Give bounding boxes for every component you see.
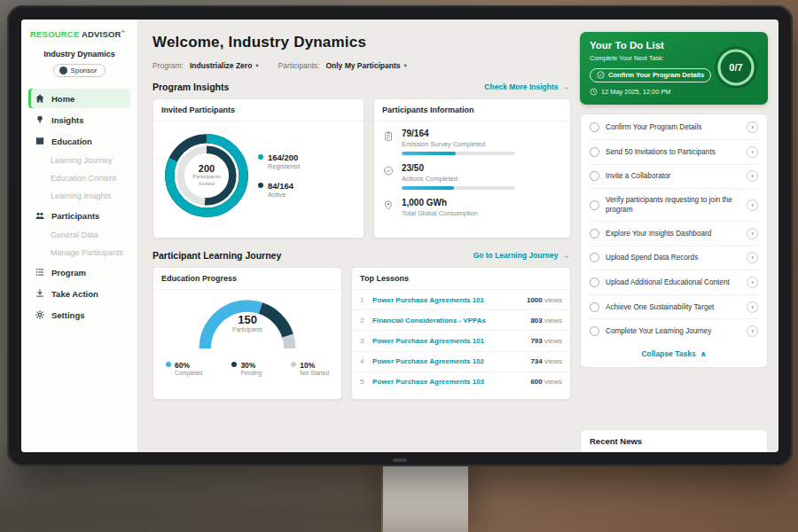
- task-checkbox[interactable]: [590, 171, 599, 181]
- dashboard-screen: RESOURCE ADVISOR+ Industry Dynamics Spon…: [21, 20, 778, 452]
- insights-cards-row: Invited Participants 200: [153, 98, 571, 239]
- sidebar-item-take-action[interactable]: Take Action: [28, 284, 130, 303]
- sidebar-item-insights[interactable]: Insights: [28, 110, 130, 129]
- sidebar-item-manage-participants[interactable]: Manage Participants: [28, 245, 130, 261]
- go-to-learning-journey-link[interactable]: Go to Learning Journey →: [473, 251, 569, 260]
- sidebar-item-label: Learning Journey: [51, 156, 113, 165]
- chevron-right-icon[interactable]: ›: [747, 325, 758, 337]
- chevron-right-icon[interactable]: ›: [747, 146, 758, 158]
- page-title: Welcome, Industry Dynamics: [153, 34, 571, 51]
- program-select[interactable]: Industrialize Zero ▾: [190, 61, 259, 70]
- sidebar: RESOURCE ADVISOR+ Industry Dynamics Spon…: [21, 20, 138, 452]
- sidebar-item-settings[interactable]: Settings: [28, 305, 130, 325]
- lesson-row: 1 Power Purchase Agreements 101 1000 vie…: [352, 290, 570, 310]
- lesson-link[interactable]: Power Purchase Agreements 101: [372, 296, 520, 304]
- task-checkbox[interactable]: [590, 147, 599, 157]
- book-icon: [35, 136, 45, 146]
- sidebar-item-label: Program: [51, 268, 86, 278]
- invited-participants-card: Invited Participants 200: [153, 98, 364, 239]
- recent-news-header[interactable]: Recent News: [580, 429, 768, 452]
- learning-journey-header: Participant Learning Journey Go to Learn…: [153, 250, 571, 261]
- task-row[interactable]: Explore Your Insights Dashboard ›: [589, 222, 759, 246]
- task-row[interactable]: Upload Additional Educational Content ›: [589, 270, 759, 295]
- sidebar-item-label: Learning Insights: [51, 192, 112, 200]
- chevron-right-icon[interactable]: ›: [747, 301, 758, 313]
- lesson-row: 5 Power Purchase Agreements 103 600 view…: [352, 372, 570, 392]
- task-checkbox[interactable]: [590, 278, 599, 287]
- chevron-right-icon[interactable]: ›: [747, 277, 758, 288]
- collapse-caret-icon: ∧: [700, 349, 707, 358]
- card-title: Invited Participants: [153, 99, 364, 121]
- participants-select[interactable]: Only My Participants ▾: [325, 61, 406, 70]
- sidebar-item-label: Settings: [51, 310, 84, 320]
- bezel-logo: [393, 458, 407, 462]
- card-title: Participants Information: [374, 99, 570, 121]
- task-checkbox[interactable]: [590, 326, 599, 336]
- task-row[interactable]: Send 50 Invitations to Participants ›: [589, 140, 759, 165]
- education-gauge-chart: 150 Participants: [153, 290, 341, 354]
- legend-item: 10% Not Started: [291, 361, 329, 376]
- arrow-right-icon: →: [562, 251, 570, 260]
- lesson-link[interactable]: Power Purchase Agreements 103: [372, 378, 524, 386]
- legend-item: 60% Completed: [166, 361, 202, 376]
- task-checkbox[interactable]: [590, 122, 599, 132]
- task-checkbox[interactable]: [590, 302, 599, 312]
- location-pin-icon: [383, 198, 395, 221]
- task-row[interactable]: Invite a Collaborator ›: [589, 165, 759, 190]
- sponsor-icon: [59, 66, 67, 74]
- desk-scene: RESOURCE ADVISOR+ Industry Dynamics Spon…: [0, 0, 798, 532]
- task-row[interactable]: Verify participants requesting to join t…: [589, 189, 759, 222]
- sidebar-item-label: Manage Participants: [51, 248, 123, 257]
- sidebar-item-learning-journey[interactable]: Learning Journey: [28, 153, 130, 168]
- monitor-bezel: RESOURCE ADVISOR+ Industry Dynamics Spon…: [7, 5, 793, 466]
- sidebar-item-education-content[interactable]: Education Content: [28, 170, 130, 186]
- legend-dot: [258, 183, 263, 188]
- chevron-down-icon: ▾: [403, 62, 406, 69]
- sidebar-item-learning-insights[interactable]: Learning Insights: [28, 188, 130, 204]
- lightbulb-icon: [35, 114, 45, 125]
- task-checkbox[interactable]: [590, 200, 599, 210]
- sidebar-item-program[interactable]: Program: [28, 262, 130, 282]
- stat-row: 23/50 Actions Completed: [374, 156, 570, 191]
- sidebar-item-home[interactable]: Home: [28, 89, 130, 108]
- clipboard-icon: [383, 129, 395, 155]
- org-name: Industry Dynamics: [28, 50, 130, 59]
- next-task-due: 12 May 2025, 12:00 PM: [590, 88, 708, 96]
- check-more-insights-link[interactable]: Check More Insights →: [484, 82, 569, 91]
- chevron-right-icon[interactable]: ›: [747, 170, 758, 182]
- program-insights-header: Program Insights Check More Insights →: [153, 82, 571, 92]
- task-checkbox[interactable]: [590, 253, 599, 262]
- sidebar-item-label: Insights: [51, 115, 83, 125]
- task-row[interactable]: Confirm Your Program Details ›: [589, 116, 759, 141]
- chevron-right-icon[interactable]: ›: [747, 252, 758, 263]
- chevron-right-icon[interactable]: ›: [747, 228, 758, 239]
- section-title: Participant Learning Journey: [153, 250, 281, 261]
- task-row[interactable]: Upload Spend Data Records ›: [589, 246, 759, 271]
- legend-item: 30% Pending: [231, 361, 262, 376]
- clock-icon: [590, 88, 598, 96]
- sidebar-item-participants[interactable]: Participants: [28, 206, 130, 225]
- todo-summary-card: Your To Do List Complete Your Next Task:…: [580, 32, 768, 105]
- next-task-pill[interactable]: Confirm Your Program Details: [590, 68, 711, 82]
- sidebar-item-general-data[interactable]: General Data: [28, 227, 130, 243]
- gauge-center-label: Participants: [153, 326, 341, 332]
- invited-donut-chart: 200 Participants Invited: [160, 129, 253, 222]
- chevron-right-icon[interactable]: ›: [747, 200, 758, 211]
- chevron-right-icon[interactable]: ›: [747, 121, 758, 133]
- todo-progress-value: 0/7: [712, 43, 760, 91]
- list-icon: [35, 267, 45, 278]
- lesson-link[interactable]: Financial Considerations - VPPAs: [372, 317, 524, 325]
- sidebar-item-education[interactable]: Education: [28, 131, 130, 151]
- task-checkbox[interactable]: [590, 229, 599, 239]
- logo-plus: +: [121, 28, 125, 35]
- lesson-link[interactable]: Power Purchase Agreements 101: [372, 337, 524, 345]
- task-row[interactable]: Achieve One Sustainability Target ›: [589, 295, 759, 320]
- sponsor-label: Sponsor: [71, 66, 98, 74]
- section-title: Program Insights: [153, 82, 229, 92]
- sidebar-item-label: General Data: [51, 231, 98, 239]
- lesson-link[interactable]: Power Purchase Agreements 102: [372, 357, 524, 365]
- top-lessons-card: Top Lessons 1 Power Purchase Agreements …: [351, 267, 571, 400]
- donut-center-label: Participants Invited: [187, 174, 226, 188]
- task-row[interactable]: Complete Your Learning Journey ›: [589, 319, 759, 343]
- collapse-tasks-link[interactable]: Collapse Tasks ∧: [589, 343, 759, 365]
